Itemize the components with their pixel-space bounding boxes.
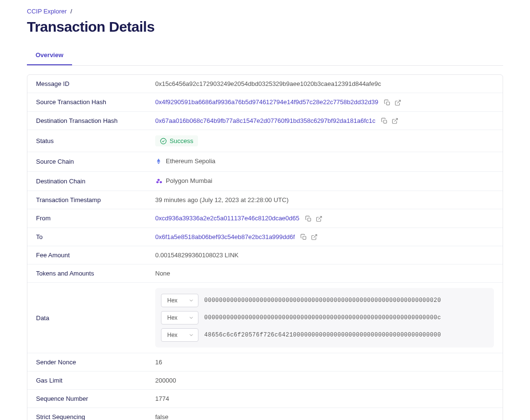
value-fee-amount: 0.001548299360108023 LINK (155, 252, 494, 259)
data-line-2: Hex 48656c6c6f20576f726c6421000000000000… (161, 328, 488, 342)
data-line-0: Hex 000000000000000000000000000000000000… (161, 294, 488, 307)
svg-rect-4 (303, 237, 306, 240)
label-source-tx-hash: Source Transaction Hash (36, 98, 155, 106)
label-source-chain: Source Chain (36, 158, 155, 165)
row-fee-amount: Fee Amount 0.001548299360108023 LINK (27, 246, 503, 264)
page-title: Transaction Details (27, 19, 503, 35)
svg-rect-0 (386, 102, 389, 105)
row-source-tx-hash: Source Transaction Hash 0x4f9290591ba668… (27, 93, 503, 112)
hex-format-select[interactable]: Hex (161, 328, 198, 342)
label-sequence-number: Sequence Number (36, 395, 155, 402)
row-to: To 0x6f1a5e8518ab06bef93c54eb87e2bc31a99… (27, 228, 503, 247)
hex-format-select[interactable]: Hex (161, 294, 198, 307)
label-strict-sequencing: Strict Sequencing (36, 413, 155, 420)
copy-icon[interactable] (305, 216, 312, 222)
link-dest-tx-hash[interactable]: 0x67aa016b068c764b9fb77a8c1547e2d07760f9… (155, 117, 375, 124)
value-data: Hex 000000000000000000000000000000000000… (155, 288, 494, 348)
value-dest-tx-hash: 0x67aa016b068c764b9fb77a8c1547e2d07760f9… (155, 117, 494, 125)
external-link-icon[interactable] (392, 118, 398, 124)
value-source-tx-hash: 0x4f9290591ba6686af9936a76b5d974612794e1… (155, 98, 494, 106)
row-gas-limit: Gas Limit 200000 (27, 372, 503, 390)
status-badge: Success (155, 135, 198, 146)
svg-point-2 (160, 138, 166, 144)
value-to: 0x6f1a5e8518ab06bef93c54eb87e2bc31a999dd… (155, 233, 494, 241)
value-status: Success (155, 135, 494, 146)
value-timestamp: 39 minutes ago (July 12, 2023 at 22:28:0… (155, 196, 494, 204)
data-line-1: Hex 000000000000000000000000000000000000… (161, 311, 488, 324)
value-from: 0xcd936a39336a2e2c5a011137e46c8120dcae0d… (155, 215, 494, 222)
row-sender-nonce: Sender Nonce 16 (27, 353, 503, 372)
hex-value-0: 0000000000000000000000000000000000000000… (204, 297, 441, 304)
value-source-chain: Ethereum Sepolia (155, 157, 494, 166)
row-source-chain: Source Chain Ethereum Sepolia (27, 152, 503, 172)
row-data: Data Hex 0000000000000000000000000000000… (27, 283, 503, 353)
label-sender-nonce: Sender Nonce (36, 359, 155, 366)
tab-overview[interactable]: Overview (27, 47, 72, 65)
link-from[interactable]: 0xcd936a39336a2e2c5a011137e46c8120dcae0d… (155, 215, 299, 222)
label-dest-chain: Destination Chain (36, 178, 155, 185)
dest-chain-text: Polygon Mumbai (166, 177, 212, 184)
row-sequence-number: Sequence Number 1774 (27, 390, 503, 408)
value-sender-nonce: 16 (155, 359, 494, 366)
breadcrumb-root-link[interactable]: CCIP Explorer (27, 8, 67, 15)
data-box: Hex 000000000000000000000000000000000000… (155, 288, 494, 348)
external-link-icon[interactable] (311, 234, 318, 240)
row-from: From 0xcd936a39336a2e2c5a011137e46c8120d… (27, 209, 503, 228)
value-dest-chain: Polygon Mumbai (155, 177, 494, 186)
svg-rect-3 (308, 218, 310, 221)
source-chain-text: Ethereum Sepolia (166, 157, 215, 165)
row-tokens-amounts: Tokens and Amounts None (27, 264, 503, 283)
polygon-icon (155, 177, 162, 184)
hex-value-2: 48656c6c6f20576f726c64210000000000000000… (204, 332, 441, 338)
chevron-down-icon (188, 332, 194, 338)
link-to[interactable]: 0x6f1a5e8518ab06bef93c54eb87e2bc31a999dd… (155, 233, 295, 240)
label-dest-tx-hash: Destination Transaction Hash (36, 117, 155, 124)
value-tokens-amounts: None (155, 270, 494, 277)
value-message-id: 0x15c6456a92c172903249e2054dbd0325329b9a… (155, 80, 494, 87)
svg-rect-1 (383, 120, 386, 123)
ethereum-icon (155, 158, 162, 165)
label-timestamp: Transaction Timestamp (36, 196, 155, 204)
row-message-id: Message ID 0x15c6456a92c172903249e2054db… (27, 75, 503, 93)
status-text: Success (170, 137, 193, 144)
tabs: Overview (27, 47, 503, 66)
copy-icon[interactable] (300, 234, 307, 240)
label-tokens-amounts: Tokens and Amounts (36, 270, 155, 277)
row-timestamp: Transaction Timestamp 39 minutes ago (Ju… (27, 191, 503, 209)
value-strict-sequencing: false (155, 413, 494, 420)
label-message-id: Message ID (36, 80, 155, 87)
label-from: From (36, 215, 155, 222)
check-circle-icon (160, 138, 167, 144)
label-data: Data (36, 314, 155, 322)
hex-format-select[interactable]: Hex (161, 311, 198, 324)
row-status: Status Success (27, 130, 503, 152)
row-strict-sequencing: Strict Sequencing false (27, 408, 503, 420)
external-link-icon[interactable] (394, 99, 401, 106)
link-source-tx-hash[interactable]: 0x4f9290591ba6686af9936a76b5d974612794e1… (155, 98, 378, 106)
chevron-down-icon (188, 298, 194, 303)
row-dest-chain: Destination Chain Polygon Mumbai (27, 172, 503, 192)
label-gas-limit: Gas Limit (36, 377, 155, 384)
breadcrumb: CCIP Explorer / (27, 8, 503, 15)
copy-icon[interactable] (384, 99, 391, 106)
label-status: Status (36, 137, 155, 144)
copy-icon[interactable] (381, 118, 388, 124)
chevron-down-icon (188, 315, 194, 321)
details-panel: Message ID 0x15c6456a92c172903249e2054db… (27, 74, 503, 420)
hex-value-1: 0000000000000000000000000000000000000000… (204, 314, 441, 321)
value-gas-limit: 200000 (155, 377, 494, 384)
breadcrumb-separator: / (70, 8, 72, 15)
row-dest-tx-hash: Destination Transaction Hash 0x67aa016b0… (27, 112, 503, 131)
external-link-icon[interactable] (316, 216, 322, 222)
label-to: To (36, 233, 155, 240)
value-sequence-number: 1774 (155, 395, 494, 402)
label-fee-amount: Fee Amount (36, 252, 155, 259)
